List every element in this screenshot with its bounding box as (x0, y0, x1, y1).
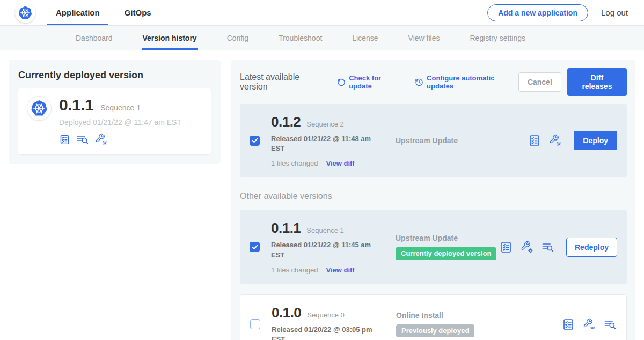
deployed-version-actions (59, 133, 181, 146)
subnav-tab-troubleshoot[interactable]: Troubleshoot (277, 26, 323, 50)
subnav-tab-registry-settings[interactable]: Registry settings (469, 26, 526, 50)
latest-available-header: Latest available version Check for updat… (240, 68, 627, 96)
subnav-tab-troubleshoot-label: Troubleshoot (279, 34, 322, 42)
version-actions: Redeploy (500, 238, 617, 257)
subnav-tab-dashboard-label: Dashboard (76, 34, 113, 42)
configure-automatic-updates-link[interactable]: Configure automatic updates (415, 74, 518, 90)
edit-config-wrench-gear-icon[interactable] (549, 134, 562, 147)
view-logs-search-icon[interactable] (76, 133, 89, 146)
preflight-checklist-icon[interactable] (562, 318, 575, 331)
top-nav-right: Add a new application Log out (487, 0, 644, 25)
add-new-application-button[interactable]: Add a new application (487, 4, 588, 21)
version-info: 0.1.0 Sequence 0 Released 01/20/22 @ 03:… (272, 305, 389, 340)
currently-deployed-title: Currently deployed version (18, 70, 211, 81)
refresh-icon (337, 78, 346, 87)
app-screen: Application GitOps Add a new application… (0, 0, 644, 340)
subnav-tab-config-label: Config (227, 34, 248, 42)
redeploy-button[interactable]: Redeploy (566, 238, 617, 257)
other-available-versions-title: Other available versions (240, 191, 627, 201)
version-source: Online Install Previously deployed (389, 311, 562, 337)
latest-available-title: Latest available version (240, 72, 325, 92)
app-sub-nav: Dashboard Version history Config Trouble… (0, 26, 644, 50)
edit-config-wrench-gear-icon[interactable] (95, 133, 108, 146)
version-number: 0.1.0 (272, 305, 301, 321)
sequence-label: Sequence 2 (306, 120, 343, 128)
source-label: Upstream Update (396, 136, 528, 145)
version-actions: Deploy (528, 131, 617, 150)
version-history-panel: Latest available version Check for updat… (231, 60, 635, 340)
files-changed-label: 1 files changed (271, 266, 318, 274)
currently-deployed-badge: Currently deployed version (396, 247, 496, 260)
app-icon-kubernetes (27, 96, 52, 121)
tab-gitops-label: GitOps (125, 8, 151, 17)
released-timestamp: Released 01/21/22 @ 11:48 am EST (271, 134, 382, 153)
sequence-label: Sequence 1 (306, 226, 343, 234)
subnav-tab-config[interactable]: Config (226, 26, 250, 50)
version-actions (562, 318, 617, 331)
check-icon (252, 245, 258, 250)
version-checkbox[interactable] (250, 319, 260, 329)
version-number: 0.1.2 (271, 114, 301, 130)
sequence-label: Sequence 0 (307, 311, 344, 319)
subnav-tab-license[interactable]: License (351, 26, 379, 50)
preflight-checklist-icon[interactable] (59, 134, 70, 145)
tab-gitops[interactable]: GitOps (116, 0, 160, 25)
version-row-0-1-1: 0.1.1 Sequence 1 Released 01/21/22 @ 11:… (240, 210, 627, 283)
kubernetes-logo-icon (15, 3, 35, 23)
version-source: Upstream Update Currently deployed versi… (388, 234, 500, 260)
released-timestamp: Released 01/20/22 @ 03:05 pm EST (272, 325, 382, 340)
preflight-checklist-icon[interactable] (500, 241, 513, 254)
version-info: 0.1.2 Sequence 2 Released 01/21/22 @ 11:… (271, 114, 388, 167)
logout-button[interactable]: Log out (601, 8, 628, 17)
check-for-update-label: Check for update (349, 74, 403, 90)
subnav-tab-registry-settings-label: Registry settings (470, 34, 525, 42)
deployed-version-number: 0.1.1 (59, 96, 93, 114)
version-number: 0.1.1 (271, 220, 301, 236)
files-changed-label: 1 files changed (271, 159, 318, 167)
tab-application-label: Application (56, 8, 100, 17)
deployed-timestamp: Deployed 01/21/22 @ 11:47 am EST (59, 118, 181, 127)
version-source: Upstream Update (388, 136, 528, 145)
deployed-sequence-label: Sequence 1 (100, 104, 141, 112)
edit-config-wrench-gear-icon[interactable] (521, 241, 533, 254)
view-logs-search-icon[interactable] (604, 318, 617, 331)
subnav-tab-version-history[interactable]: Version history (142, 26, 198, 50)
subnav-tab-dashboard[interactable]: Dashboard (75, 26, 114, 50)
top-nav-tabs: Application GitOps (47, 0, 167, 25)
view-diff-link[interactable]: View diff (326, 159, 354, 167)
tab-application[interactable]: Application (47, 0, 108, 25)
view-diff-link[interactable]: View diff (326, 266, 354, 274)
view-config-wrench-eye-icon[interactable] (583, 318, 596, 331)
scheduled-update-clock-icon (415, 78, 423, 87)
version-checkbox[interactable] (250, 136, 260, 146)
app-logo[interactable] (15, 0, 35, 25)
currently-deployed-panel: Currently deployed version (9, 60, 221, 164)
version-row-0-1-2: 0.1.2 Sequence 2 Released 01/21/22 @ 11:… (240, 104, 627, 177)
subnav-tab-view-files[interactable]: View files (407, 26, 441, 50)
subnav-tab-view-files-label: View files (408, 34, 440, 42)
view-logs-search-icon[interactable] (541, 241, 554, 254)
source-label: Online Install (396, 311, 562, 320)
version-info: 0.1.1 Sequence 1 Released 01/21/22 @ 11:… (271, 220, 388, 274)
cancel-button[interactable]: Cancel (518, 72, 561, 92)
check-for-update-link[interactable]: Check for update (337, 74, 403, 90)
main-content: Currently deployed version (0, 50, 644, 340)
deploy-button[interactable]: Deploy (574, 131, 617, 150)
source-label: Upstream Update (396, 234, 500, 242)
subnav-tab-license-label: License (352, 34, 378, 42)
preflight-checklist-icon[interactable] (528, 134, 541, 147)
top-nav: Application GitOps Add a new application… (0, 0, 644, 26)
currently-deployed-card: 0.1.1 Sequence 1 Deployed 01/21/22 @ 11:… (18, 88, 211, 154)
deployed-version-details: 0.1.1 Sequence 1 Deployed 01/21/22 @ 11:… (59, 96, 181, 146)
version-checkbox[interactable] (250, 242, 260, 252)
previously-deployed-badge: Previously deployed (396, 324, 474, 337)
diff-releases-button[interactable]: Diff releases (567, 68, 627, 96)
configure-automatic-updates-label: Configure automatic updates (427, 74, 518, 90)
version-row-0-1-0: 0.1.0 Sequence 0 Released 01/20/22 @ 03:… (240, 294, 627, 340)
released-timestamp: Released 01/21/22 @ 11:45 am EST (271, 240, 382, 260)
check-icon (252, 138, 258, 143)
subnav-tab-version-history-label: Version history (143, 34, 197, 42)
